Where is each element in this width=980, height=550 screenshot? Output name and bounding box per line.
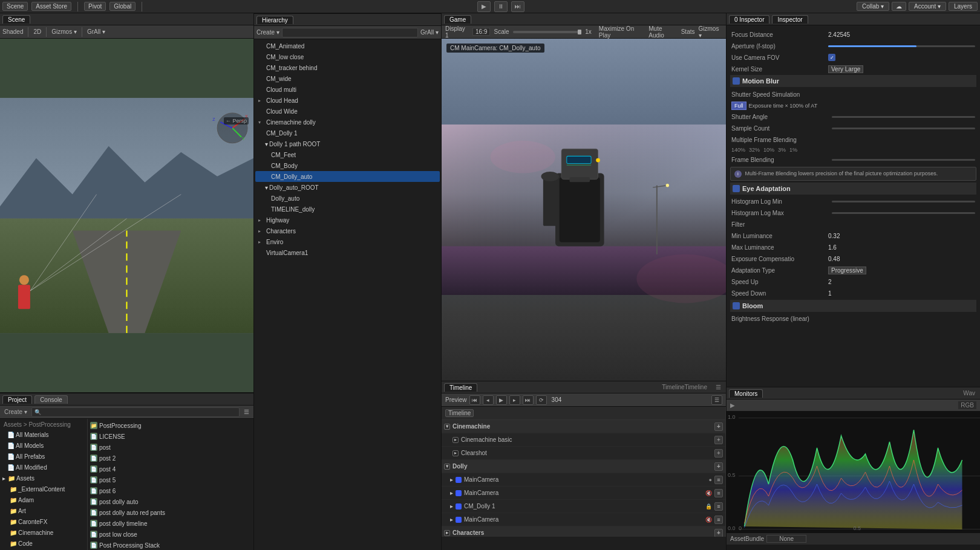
hierarchy-tab[interactable]: Hierarchy [256, 16, 293, 24]
bloom-header[interactable]: Bloom [730, 300, 976, 312]
create-btn[interactable]: Create ▾ [2, 409, 29, 415]
tl-track-main-cam3[interactable]: ▸ MainCamera 🔇 ≡ [442, 513, 725, 526]
track-menu-btn2[interactable]: ≡ [714, 489, 723, 497]
project-tab[interactable]: Project [2, 395, 32, 404]
track-menu-btn3[interactable]: ≡ [714, 502, 723, 511]
motion-blur-header[interactable]: Motion Blur [730, 75, 976, 87]
tree-all-modified[interactable]: 📄All Modified [1, 462, 86, 473]
scale-track[interactable] [513, 31, 582, 33]
file-license[interactable]: 📄LICENSE [89, 431, 252, 442]
tl-prev-btn[interactable]: ◂ [483, 395, 494, 405]
game-tab[interactable]: Game [444, 15, 471, 24]
tree-code[interactable]: 📁Code [1, 538, 86, 549]
tree-external[interactable]: 📁_ExternalContent [1, 484, 86, 494]
hier-cm-animated[interactable]: CM_Animated [255, 40, 440, 51]
tl-track-cinemachine[interactable]: ▾ Cinemachine + [442, 420, 725, 433]
hier-cm-tracker[interactable]: CM_tracker behind [255, 62, 440, 73]
global-btn[interactable]: Global [109, 2, 136, 11]
hier-cm-dolly-auto[interactable]: CM_Dolly_auto [255, 171, 440, 182]
add-clip-btn5[interactable]: + [714, 529, 723, 537]
tree-adam[interactable]: 📁Adam [1, 494, 86, 505]
hier-cm-wide[interactable]: CM_wide [255, 73, 440, 84]
tl-next-btn[interactable]: ▸ [509, 395, 520, 405]
hier-characters[interactable]: ▸Characters [255, 225, 440, 236]
hier-cm-dolly1[interactable]: CM_Dolly 1 [255, 128, 440, 138]
file-post-dolly-auto[interactable]: 📄post dolly auto [89, 496, 252, 507]
gizmos-game-btn[interactable]: Gizmos ▾ [699, 25, 723, 39]
hier-enviro[interactable]: ▸Enviro [255, 236, 440, 247]
tree-art[interactable]: 📁Art [1, 505, 86, 516]
add-track-btn[interactable]: Timeline [445, 409, 474, 417]
tl-end-btn[interactable]: ⏭ [523, 395, 534, 405]
tree-assets[interactable]: ▸📁Assets [1, 473, 86, 484]
tree-all-models[interactable]: 📄All Models [1, 440, 86, 451]
hier-dolly1-path[interactable]: ▾Dolly 1 path ROOT [255, 138, 440, 149]
pivot-btn[interactable]: Pivot [84, 2, 106, 11]
hier-cinemachine-dolly[interactable]: ▾Cinemachine dolly [255, 117, 440, 128]
frame-blending-slider[interactable] [832, 159, 975, 161]
add-clip-btn4[interactable]: + [714, 462, 723, 471]
tl-track-clearshot[interactable]: ▸ Clearshot + [442, 447, 725, 460]
shutter-angle-slider[interactable] [832, 116, 975, 118]
stats-btn[interactable]: Stats [681, 28, 695, 35]
expand-btn2[interactable]: ▸ [452, 450, 459, 456]
hier-cloud-wide[interactable]: Cloud Wide [255, 106, 440, 117]
mon-play-btn[interactable]: ▶ [730, 402, 735, 409]
asset-store-tab-btn[interactable]: Asset Store [31, 2, 71, 11]
kernel-size-value[interactable]: Very Large [828, 65, 863, 73]
use-camera-fov-check[interactable]: ✓ [828, 54, 835, 61]
hier-create-btn[interactable]: Create ▾ [256, 29, 279, 36]
asset-bundle-value[interactable]: None [766, 535, 806, 543]
eye-adaptation-header[interactable]: Eye Adaptation [730, 183, 976, 195]
expand-dolly[interactable]: ▾ [444, 464, 450, 470]
layers-button[interactable]: Layers [949, 2, 978, 11]
maximize-btn[interactable]: Maximize On Play [599, 25, 645, 39]
tl-track-characters[interactable]: ▸ Characters + [442, 526, 725, 537]
tl-track-cm-dolly[interactable]: ▸ CM_Dolly 1 🔒 ≡ [442, 500, 725, 513]
histogram-log-min-slider[interactable] [832, 201, 975, 202]
sample-count-slider[interactable] [832, 128, 975, 129]
timeline-tab[interactable]: Timeline [444, 383, 477, 392]
file-post6[interactable]: 📄post 6 [89, 485, 252, 496]
full-btn[interactable]: Full [731, 102, 746, 110]
tl-track-cinemachine-basic[interactable]: ▸ Cinemachine basic + [442, 433, 725, 447]
motion-blur-check[interactable] [733, 77, 740, 85]
cloud-button[interactable]: ☁ [892, 2, 906, 11]
grall-btn[interactable]: GrAll ▾ [87, 28, 105, 35]
bloom-check[interactable] [733, 302, 740, 309]
hier-search[interactable] [282, 28, 418, 37]
hier-highway[interactable]: ▸Highway [255, 215, 440, 225]
track-menu-btn4[interactable]: ≡ [714, 516, 723, 524]
hier-dolly-auto-root[interactable]: ▾Dolly_auto_ROOT [255, 182, 440, 193]
tree-all-materials[interactable]: 📄All Materials [1, 429, 86, 440]
tree-carontefx[interactable]: 📁CaronteFX [1, 516, 86, 527]
add-clip-btn2[interactable]: + [714, 436, 723, 444]
track-menu-btn[interactable]: ≡ [714, 476, 723, 484]
scene-tab-btn[interactable]: Scene [2, 2, 28, 11]
tree-all-prefabs[interactable]: 📄All Prefabs [1, 451, 86, 462]
expand-btn[interactable]: ▸ [452, 437, 459, 443]
hier-dolly-auto[interactable]: Dolly_auto [255, 193, 440, 204]
tl-options-btn[interactable]: ☰ [713, 384, 724, 390]
tl-start-btn[interactable]: ⏮ [469, 395, 480, 405]
add-clip-btn[interactable]: + [714, 422, 723, 431]
account-button[interactable]: Account ▾ [909, 2, 946, 11]
collab-button[interactable]: Collab ▾ [857, 2, 889, 11]
step-button[interactable]: ⏭ [511, 1, 524, 12]
file-post2[interactable]: 📄post 2 [89, 453, 252, 464]
file-pp-stack[interactable]: 📄Post Processing Stack [89, 540, 252, 550]
filter-btn[interactable]: ☰ [242, 409, 251, 415]
grall-hier-btn[interactable]: GrAll ▾ [420, 29, 439, 36]
expand-cinemachine[interactable]: ▾ [444, 424, 450, 430]
pause-button[interactable]: ⏸ [494, 1, 508, 12]
tl-options-btn2[interactable]: ☰ [711, 395, 722, 405]
tl-loop-btn[interactable]: ⟳ [536, 395, 547, 405]
tl-track-main-cam1[interactable]: ▸ MainCamera ● ≡ [442, 473, 725, 487]
inspector-tab1[interactable]: 0 Inspector [729, 15, 769, 24]
inspector-tab2[interactable]: Inspector [772, 15, 808, 24]
rgb-btn[interactable]: RGB [958, 401, 976, 409]
monitors-tab[interactable]: Monitors [729, 389, 763, 398]
search-box[interactable]: 🔍 [31, 407, 240, 417]
hier-cm-feet[interactable]: CM_Feet [255, 149, 440, 160]
adaptation-type-value[interactable]: Progressive [828, 267, 866, 274]
